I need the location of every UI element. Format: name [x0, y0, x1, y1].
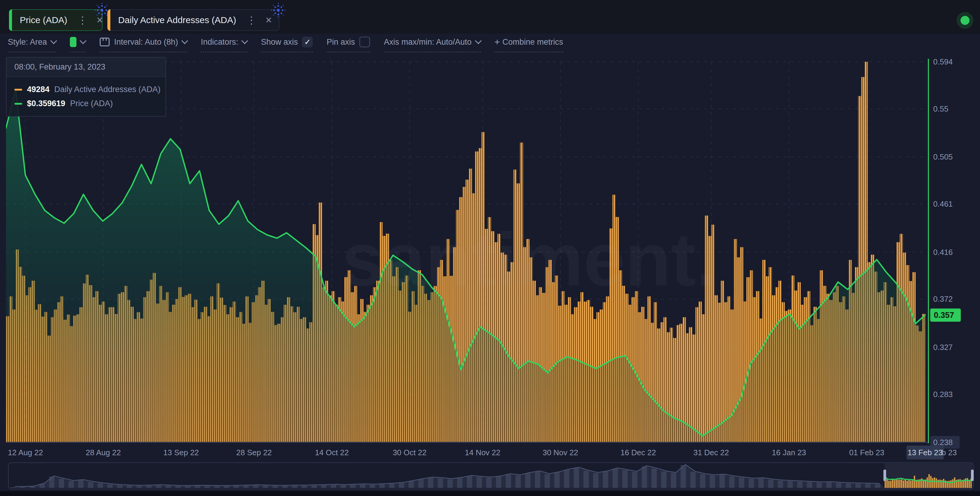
y-axis-tick-label: 0.283: [933, 390, 953, 399]
y-axis-tick-label: 0.238: [933, 438, 953, 447]
daa-bar: [721, 281, 724, 442]
y-axis-tick-label: 0.505: [933, 153, 953, 161]
x-axis-tick-label-clipped: b 23: [942, 448, 957, 457]
nav-selection-bar: [950, 480, 951, 488]
y-axis-tick-label: 0.327: [933, 343, 953, 352]
x-axis-tick-label-highlighted: 13 Feb 23: [907, 448, 942, 457]
nav-history-area: [10, 464, 885, 488]
nav-selection-bar: [943, 479, 944, 488]
nav-selection-bar: [940, 480, 941, 488]
nav-selection-bar: [899, 480, 900, 488]
y-axis-tick-label: 0.461: [933, 199, 953, 208]
daa-bar: [714, 296, 718, 442]
x-axis-tick-label: 28 Aug 22: [86, 448, 121, 457]
tooltip-row-daa: 49284 Daily Active Addresses (ADA): [14, 85, 165, 94]
nav-selection-bar: [923, 480, 924, 488]
x-axis-tick-label: 01 Feb 23: [849, 448, 885, 457]
nav-selection-bar: [910, 481, 911, 488]
daa-bar: [695, 307, 699, 442]
nav-selection-bar: [914, 476, 915, 488]
nav-selection-bar: [885, 480, 886, 488]
nav-selection-bar: [927, 477, 928, 488]
navigator[interactable]: [8, 463, 974, 489]
nav-selection-bar: [890, 481, 891, 488]
nav-selection-bar: [897, 480, 899, 488]
watermark: santiment.: [342, 218, 717, 301]
daa-series-dash-icon: [14, 89, 22, 91]
tooltip-row-price: $0.359619 Price (ADA): [14, 99, 165, 108]
nav-selection-bar: [932, 478, 933, 488]
nav-selection-bar: [935, 478, 937, 488]
nav-selection-bar: [888, 481, 889, 488]
y-axis-tick-label: 0.416: [933, 248, 953, 257]
x-axis-tick-label: 13 Sep 22: [164, 448, 199, 457]
nav-selection-bar: [908, 479, 910, 488]
x-axis-tick-label: 28 Sep 22: [236, 448, 272, 457]
nav-selection-bar: [896, 480, 897, 488]
nav-selection-bar: [907, 481, 908, 488]
nav-selection-bar: [886, 479, 888, 488]
nav-selection-bar: [905, 480, 906, 488]
daa-bar: [692, 334, 695, 442]
daa-bar: [718, 302, 721, 442]
current-price-value: 0.357: [934, 311, 954, 320]
tooltip-value: $0.359619: [27, 99, 65, 108]
nav-selection-bar: [894, 480, 895, 488]
nav-handle-right[interactable]: [971, 470, 974, 481]
chart-tooltip: 08:00, February 13, 2023 49284 Daily Act…: [6, 57, 166, 117]
x-axis-tick-label: 30 Oct 22: [393, 448, 427, 457]
nav-selection-bar: [903, 480, 904, 488]
tooltip-datetime: 08:00, February 13, 2023: [6, 57, 165, 77]
daa-bar: [689, 327, 692, 442]
daa-bar: [698, 302, 702, 442]
nav-handle-left[interactable]: [883, 470, 886, 481]
nav-selection-bar: [901, 479, 902, 488]
y-axis-tick-label: 0.55: [933, 104, 948, 113]
x-axis-tick-label: 16 Jan 23: [772, 448, 806, 457]
x-axis-tick-label: 14 Oct 22: [315, 448, 349, 457]
nav-selection-bar: [952, 479, 953, 488]
x-axis-tick-label: 30 Nov 22: [542, 448, 578, 457]
x-axis-tick-label: 12 Aug 22: [8, 448, 43, 457]
y-axis-tick-label: 0.594: [933, 57, 953, 66]
nav-selection-bar: [961, 480, 963, 488]
nav-selection-bar: [912, 480, 913, 488]
tooltip-value: 49284: [27, 85, 49, 94]
x-axis-tick-label: 16 Dec 22: [620, 448, 656, 457]
nav-selection-bar: [930, 476, 931, 488]
daa-bar: [702, 314, 705, 442]
tooltip-label: Price (ADA): [70, 99, 113, 108]
nav-selection-bar: [892, 479, 893, 488]
nav-selection-bar: [934, 477, 935, 488]
y-axis-tick-label: 0.372: [933, 294, 953, 304]
price-series-dash-icon: [14, 103, 22, 105]
x-axis-tick-label: 31 Dec 22: [693, 448, 729, 457]
tooltip-label: Daily Active Addresses (ADA): [54, 85, 161, 94]
x-axis-tick-label: 14 Nov 22: [465, 448, 501, 457]
